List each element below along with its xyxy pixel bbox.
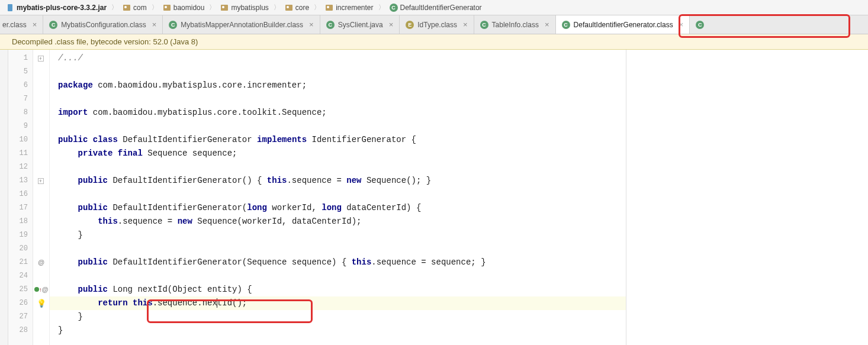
tab-defaultidentifiergenerator[interactable]: C DefaultIdentifierGenerator.class × (556, 15, 690, 34)
line-number: 16 (8, 188, 33, 201)
fold-icon[interactable]: + (33, 51, 49, 65)
package-icon (220, 4, 229, 12)
jar-icon (6, 4, 14, 12)
code-token: Sequence(workerId, dataCenterId); (192, 217, 362, 226)
breadcrumb-pkg-core[interactable]: core (282, 4, 311, 12)
code-token: import (58, 108, 88, 117)
line-number-gutter[interactable]: 1 5 6 7 8 9 10 11 12 13 16 17 18 19 20 2… (8, 50, 33, 345)
code-token: public class (58, 135, 118, 144)
breadcrumb-pkg-incrementer[interactable]: incrementer (323, 4, 375, 12)
code-token: } (58, 230, 83, 240)
breadcrumb-jar-label: mybatis-plus-core-3.3.2.jar (17, 4, 107, 12)
code-token: public (58, 257, 108, 267)
code-token: this (352, 257, 372, 267)
line-number: 28 (8, 324, 33, 337)
code-token: public (58, 285, 108, 294)
package-icon (285, 4, 293, 12)
close-icon[interactable]: × (679, 20, 684, 29)
code-token: IdentifierGenerator { (307, 135, 416, 144)
line-number: 8 (8, 106, 33, 120)
editor[interactable]: 1 5 6 7 8 9 10 11 12 13 16 17 18 19 20 2… (0, 50, 868, 345)
breadcrumb-jar[interactable]: mybatis-plus-core-3.3.2.jar (4, 4, 109, 12)
line-number: 9 (8, 120, 33, 133)
code-token: public (58, 176, 108, 185)
close-icon[interactable]: × (33, 20, 37, 29)
class-icon: C (169, 21, 177, 29)
tab-label: MybatisMapperAnnotationBuilder.class (181, 21, 303, 29)
class-icon: C (562, 21, 570, 29)
line-number: 6 (8, 79, 33, 92)
code-token: DefaultIdentifierGenerator(Sequence sequ… (108, 257, 352, 267)
code-token: .sequence.nex (153, 298, 217, 308)
tab-tableinfo[interactable]: C TableInfo.class × (474, 15, 556, 34)
line-number: 25 (8, 283, 33, 296)
code-token: dataCenterId) { (342, 203, 421, 212)
code-token: Long nextId(Object entity) { (108, 285, 252, 294)
class-icon: C (390, 4, 398, 12)
line-number: 13 (8, 174, 33, 188)
code-token: long (247, 203, 267, 212)
line-number: 19 (8, 228, 33, 242)
code-token: DefaultIdentifierGenerator() { (108, 176, 267, 185)
code-token: private final (58, 149, 143, 158)
left-strip (0, 50, 8, 345)
override-icon: @ (38, 259, 44, 266)
code-token: new (346, 176, 361, 185)
breadcrumb-pkg-label: baomidou (173, 4, 205, 12)
breadcrumb-separator: 〉 (313, 3, 322, 12)
implements-icon[interactable] (34, 287, 39, 292)
tab-label: IdType.class (417, 21, 457, 29)
breadcrumb-pkg-baomidou[interactable]: baomidou (160, 4, 207, 12)
gutter-marks: + + @ ↑@ 💡 (33, 50, 50, 345)
code-token: this (267, 176, 287, 185)
code-token: return this (58, 298, 153, 308)
intention-bulb-icon[interactable]: 💡 (37, 299, 46, 308)
breadcrumb-pkg-com[interactable]: com (120, 4, 149, 12)
breadcrumb-pkg-label: core (295, 4, 309, 12)
code-token: this (58, 217, 118, 226)
tab-label: SysClient.java (338, 21, 383, 29)
breadcrumb-separator: 〉 (377, 3, 386, 12)
override-icon: @ (42, 286, 49, 293)
code-area[interactable]: /.../ package com.baomidou.mybatisplus.c… (50, 50, 626, 345)
line-number: 12 (8, 160, 33, 174)
close-icon[interactable]: × (545, 20, 549, 29)
code-token: } (58, 325, 63, 335)
class-icon: C (49, 21, 57, 29)
banner-text: Decompiled .class file, bytecode version… (12, 37, 198, 46)
breadcrumb-separator: 〉 (150, 3, 159, 12)
code-token: Sequence sequence; (143, 149, 237, 158)
package-icon (325, 4, 333, 12)
close-icon[interactable]: × (309, 20, 314, 29)
close-icon[interactable]: × (152, 20, 157, 29)
line-number: 26 (8, 296, 33, 310)
tab-label: TableInfo.class (492, 21, 539, 29)
line-number: 21 (8, 256, 33, 269)
close-icon[interactable]: × (389, 20, 394, 29)
code-token: com.baomidou.mybatisplus.core.incremente… (93, 80, 307, 90)
code-fold-summary: /.../ (58, 53, 83, 63)
fold-icon[interactable]: + (33, 174, 49, 188)
tab-label: er.class (2, 21, 27, 29)
breadcrumb-class[interactable]: CDefaultIdentifierGenerator (387, 4, 484, 12)
code-token: Sequence(); } (362, 176, 432, 185)
decompiled-banner: Decompiled .class file, bytecode version… (0, 34, 868, 50)
breadcrumb-separator: 〉 (208, 3, 217, 12)
close-icon[interactable]: × (463, 20, 468, 29)
tab-idtype[interactable]: E IdType.class × (400, 15, 474, 34)
breadcrumb-pkg-mybatisplus[interactable]: mybatisplus (218, 4, 271, 12)
tab-partial-right[interactable]: C (690, 15, 706, 34)
line-number: 1 (8, 51, 33, 65)
class-icon: C (326, 21, 335, 29)
line-number: 11 (8, 147, 33, 160)
tab-sysclient[interactable]: C SysClient.java × (320, 15, 400, 34)
breadcrumb-class-label: DefaultIdentifierGenerator (400, 4, 482, 12)
line-number: 18 (8, 215, 33, 228)
tab-partial-left[interactable]: er.class × (0, 15, 43, 34)
breadcrumb: mybatis-plus-core-3.3.2.jar 〉 com 〉 baom… (0, 0, 868, 15)
code-token: workerId, (267, 203, 322, 212)
code-token: package (58, 80, 93, 90)
tab-mybatismapperannotationbuilder[interactable]: C MybatisMapperAnnotationBuilder.class × (163, 15, 320, 34)
tab-mybatisconfiguration[interactable]: C MybatisConfiguration.class × (43, 15, 163, 34)
code-token: new (178, 217, 192, 226)
